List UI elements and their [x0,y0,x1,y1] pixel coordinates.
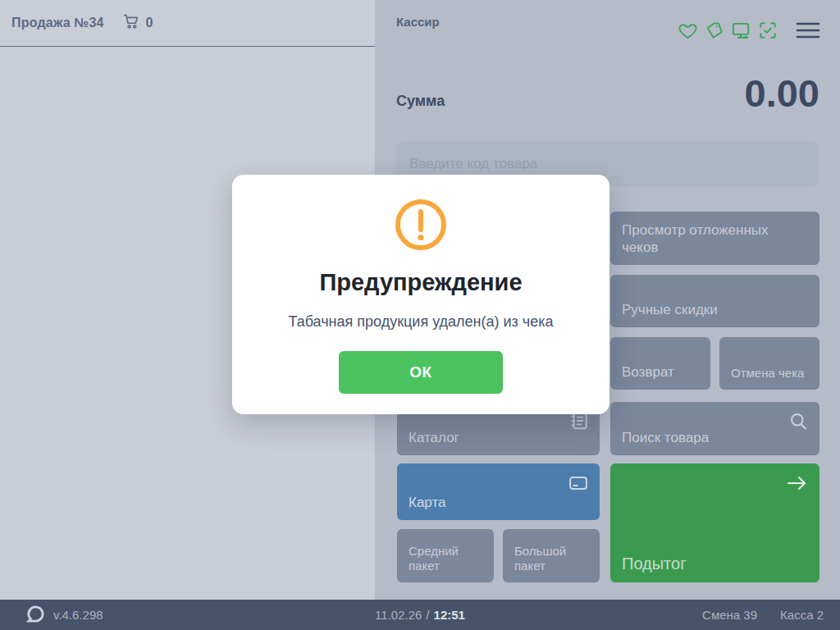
cart-icon [122,12,140,34]
status-left: v.4.6.298 [26,605,103,626]
status-bar: v.4.6.298 11.02.26 / 12:51 Смена 39 Касс… [0,600,840,630]
arrow-right-icon [783,472,810,499]
ok-button[interactable]: ОК [339,351,503,394]
status-right: Смена 39 Касса 2 [702,608,824,622]
subtotal-label: Подытог [622,554,686,573]
time-label: 12:51 [434,608,465,622]
menu-icon[interactable] [795,20,821,41]
cashier-label: Кассир [396,15,440,29]
cart-count: 0 [146,16,153,30]
scan-check-icon[interactable] [757,20,778,41]
card-button[interactable]: Карта [397,463,600,520]
warning-modal: Предупреждение Табачная продукция удален… [232,175,609,414]
subtotal-button[interactable]: Подытог [610,463,819,582]
search-product-button[interactable]: Поиск товара [610,402,819,455]
manual-discounts-label: Ручные скидки [622,302,718,318]
manual-discounts-button[interactable]: Ручные скидки [610,275,819,327]
modal-message: Табачная продукция удален(а) из чека [232,313,609,331]
sum-label: Сумма [396,93,445,110]
shift-label: Смена 39 [702,608,757,622]
search-icon [788,410,810,436]
deferred-checks-button[interactable]: Просмотр отложенных чеков [610,212,819,265]
medium-bag-label: Средний пакет [409,544,482,573]
medium-bag-button[interactable]: Средний пакет [397,529,494,582]
version-label: v.4.6.298 [53,608,103,622]
sale-title: Продажа №34 [11,16,104,30]
catalog-label: Каталог [409,430,459,446]
cart-counter: 0 [122,12,153,34]
big-bag-button[interactable]: Большой пакет [503,529,600,582]
app-logo-icon [26,605,45,626]
modal-title: Предупреждение [232,269,609,296]
big-bag-label: Большой пакет [514,544,588,573]
monitor-icon[interactable] [730,20,751,41]
receipt-header: Продажа №34 0 [0,0,375,47]
cancel-check-label: Отмена чека [731,366,804,381]
heart-icon[interactable] [678,21,698,41]
tag-icon[interactable] [704,21,724,41]
pos-screen: Продажа №34 0 Кассир [0,0,840,630]
cancel-check-button[interactable]: Отмена чека [719,337,819,390]
datetime-separator: / [426,608,429,622]
search-product-label: Поиск товара [622,430,709,446]
warning-icon [395,199,447,254]
card-icon [567,472,590,499]
refund-button[interactable]: Возврат [610,337,710,390]
refund-label: Возврат [622,364,674,381]
datetime: 11.02.26 / 12:51 [375,608,465,622]
register-label: Касса 2 [780,608,824,622]
deferred-checks-label: Просмотр отложенных чеков [622,222,808,256]
card-label: Карта [409,495,446,511]
sum-value: 0.00 [745,71,819,116]
header-icons [678,20,821,41]
date-label: 11.02.26 [375,608,422,622]
